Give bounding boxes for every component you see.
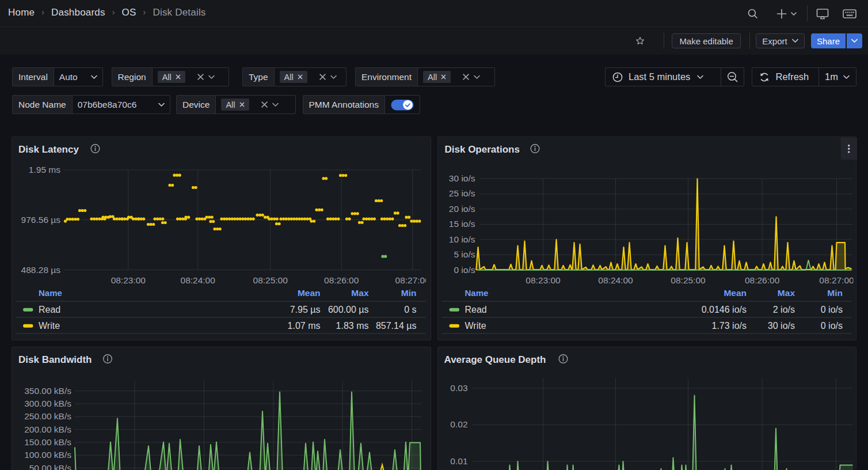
- svg-text:Disk Latency: Disk Latency: [18, 143, 79, 154]
- svg-text:Name: Name: [39, 288, 62, 298]
- svg-text:Min: Min: [827, 288, 843, 298]
- svg-text:Mean: Mean: [298, 288, 321, 298]
- svg-text:Disk Bandwidth: Disk Bandwidth: [18, 354, 92, 365]
- svg-text:10 io/s: 10 io/s: [448, 234, 475, 244]
- svg-text:08:24:00: 08:24:00: [598, 275, 633, 285]
- svg-text:0.0146 io/s: 0.0146 io/s: [701, 305, 746, 314]
- svg-text:Max: Max: [777, 288, 795, 298]
- svg-text:08:26:00: 08:26:00: [324, 275, 359, 285]
- svg-text:Read: Read: [39, 305, 60, 314]
- svg-text:20 io/s: 20 io/s: [448, 203, 475, 213]
- svg-text:600.00 µs: 600.00 µs: [328, 305, 369, 314]
- svg-text:0 io/s: 0 io/s: [820, 305, 842, 314]
- svg-text:857.14 µs: 857.14 µs: [376, 321, 417, 331]
- svg-text:5 io/s: 5 io/s: [454, 249, 475, 259]
- svg-text:2 io/s: 2 io/s: [772, 305, 794, 314]
- svg-text:0 s: 0 s: [404, 305, 416, 314]
- svg-text:7.95 µs: 7.95 µs: [290, 305, 321, 314]
- svg-text:Max: Max: [351, 288, 369, 298]
- svg-text:0.02: 0.02: [450, 419, 467, 429]
- svg-text:50.00 kB/s: 50.00 kB/s: [29, 463, 71, 470]
- svg-text:0.01: 0.01: [450, 456, 467, 466]
- svg-text:1.73 io/s: 1.73 io/s: [711, 321, 746, 331]
- svg-text:150.00 kB/s: 150.00 kB/s: [24, 437, 71, 446]
- svg-text:1.83 ms: 1.83 ms: [336, 321, 369, 331]
- svg-text:0 io/s: 0 io/s: [820, 321, 842, 331]
- svg-text:30 io/s: 30 io/s: [448, 173, 475, 183]
- svg-text:1.95 ms: 1.95 ms: [29, 165, 60, 175]
- svg-text:Average Queue Depth: Average Queue Depth: [444, 354, 546, 365]
- svg-text:08:27:00: 08:27:00: [819, 275, 854, 285]
- svg-text:976.56 µs: 976.56 µs: [21, 214, 61, 224]
- svg-text:25 io/s: 25 io/s: [448, 188, 475, 198]
- svg-text:1.07 ms: 1.07 ms: [288, 321, 321, 331]
- svg-text:Name: Name: [465, 288, 488, 298]
- svg-text:350.00 kB/s: 350.00 kB/s: [24, 385, 71, 395]
- svg-text:08:23:00: 08:23:00: [526, 275, 561, 285]
- svg-text:488.28 µs: 488.28 µs: [21, 264, 61, 274]
- svg-text:08:25:00: 08:25:00: [671, 275, 706, 285]
- svg-text:Write: Write: [39, 321, 60, 331]
- svg-text:Read: Read: [465, 305, 486, 314]
- svg-text:250.00 kB/s: 250.00 kB/s: [24, 411, 71, 421]
- svg-text:08:23:00: 08:23:00: [111, 275, 146, 285]
- svg-text:Min: Min: [401, 288, 417, 298]
- svg-text:Disk Operations: Disk Operations: [444, 143, 519, 154]
- svg-text:100.00 kB/s: 100.00 kB/s: [24, 450, 71, 460]
- svg-text:30 io/s: 30 io/s: [767, 321, 794, 331]
- svg-text:08:24:00: 08:24:00: [181, 275, 216, 285]
- svg-text:08:25:00: 08:25:00: [253, 275, 288, 285]
- svg-text:08:26:00: 08:26:00: [744, 275, 779, 285]
- svg-text:15 io/s: 15 io/s: [448, 219, 475, 229]
- svg-text:0 io/s: 0 io/s: [454, 264, 475, 274]
- svg-text:Write: Write: [465, 321, 486, 331]
- svg-text:08:27:00: 08:27:00: [395, 275, 431, 285]
- svg-text:300.00 kB/s: 300.00 kB/s: [24, 399, 71, 408]
- svg-text:Mean: Mean: [724, 288, 747, 298]
- svg-text:0.03: 0.03: [450, 382, 467, 392]
- svg-text:200.00 kB/s: 200.00 kB/s: [24, 424, 71, 434]
